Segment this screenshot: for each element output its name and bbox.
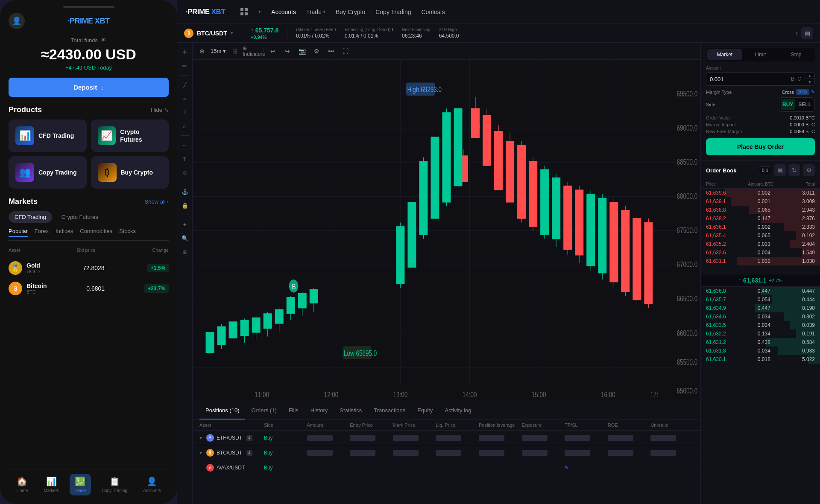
asset-row-btc[interactable]: ₿ Bitcoin BTC 0.6801 +23.7% (9, 278, 169, 299)
anchor-tool[interactable]: ⚓ (179, 186, 191, 198)
ob-ask-row-6[interactable]: 61,635.4 0.065 0.102 (701, 231, 820, 240)
nav-trade[interactable]: 💹 Trade (70, 474, 91, 495)
ob-ask-row-3[interactable]: 61,638.8 0.065 2.943 (701, 206, 820, 214)
avatar[interactable]: 👤 (9, 13, 25, 29)
more-btn[interactable]: ••• (325, 45, 337, 57)
transactions-tab[interactable]: Transactions (368, 402, 411, 420)
nav-contests[interactable]: Contests (421, 9, 445, 15)
market-tab-futures[interactable]: Crypto Futures (56, 211, 104, 223)
apps-grid-icon[interactable] (240, 8, 248, 16)
nav-home[interactable]: 🏠 Home (12, 474, 33, 495)
nav-accounts[interactable]: Accounts (271, 9, 296, 15)
sub-tab-forex[interactable]: Forex (35, 228, 49, 237)
ticker-pair[interactable]: ₿ BTC/USDT ▾ (184, 29, 233, 38)
statistics-tab[interactable]: Statistics (334, 402, 368, 420)
ob-settings-icon[interactable]: ⚙ (803, 164, 815, 176)
ob-bid-row-9[interactable]: 61,630.1 0.018 5.022 (701, 355, 820, 364)
product-card-buy[interactable]: ₿ Buy Crypto (91, 156, 169, 189)
amount-input[interactable] (706, 73, 788, 85)
horizontal-tool[interactable]: ≡ (179, 93, 191, 105)
amount-down-spinner[interactable]: ▼ (805, 79, 814, 85)
product-card-cfd[interactable]: 📊 CFD Trading (9, 119, 87, 152)
sub-tab-stocks[interactable]: Stocks (119, 228, 136, 237)
pos-row-avax[interactable]: ▾ A AVAX/USDT Buy ✎ (193, 460, 700, 475)
ob-bid-row-1[interactable]: 61,636.0 0.447 0.447 (701, 287, 820, 295)
buy-button[interactable]: BUY (781, 99, 795, 110)
product-card-futures[interactable]: 📈 Crypto Futures (91, 119, 169, 152)
orders-tab[interactable]: Orders (1) (245, 402, 282, 420)
nav-trade[interactable]: Trade ▾ (306, 9, 325, 15)
asset-row-gold[interactable]: 🥇 Gold GOLD 72.8028 +1.5% (9, 258, 169, 278)
ob-bid-row-8[interactable]: 61,631.8 0.034 0.983 (701, 347, 820, 355)
ob-bid-row-4[interactable]: 61,634.6 0.034 0.302 (701, 312, 820, 321)
indicators-btn[interactable]: ⊕ Indicators (248, 45, 260, 57)
trend-tool[interactable]: ⌇ (179, 106, 191, 118)
pen-tool[interactable]: ✏ (179, 60, 191, 72)
equity-tab[interactable]: Equity (411, 402, 439, 420)
sell-button[interactable]: SELL (797, 99, 813, 110)
add-indicator-btn[interactable]: ⊕ (196, 45, 208, 57)
market-tab[interactable]: Market (707, 49, 742, 60)
sub-tab-indices[interactable]: Indices (56, 228, 73, 237)
hide-button[interactable]: Hide ⤡ (151, 107, 169, 113)
ob-depth-select[interactable]: 0.1 (759, 166, 771, 174)
ob-ask-row-8[interactable]: 61,632.6 0.004 1.549 (701, 248, 820, 257)
nav-accounts[interactable]: 👤 Accounts (138, 474, 166, 495)
pos-row-btc[interactable]: ▾ ₿ BTC/USDT 4 Buy (193, 446, 700, 460)
nav-copy-trading[interactable]: 📋 Copy-Trading (97, 474, 132, 495)
ticker-expand-icon[interactable]: › (796, 29, 798, 37)
crosshair-tool[interactable]: ✛ (179, 46, 191, 58)
fullscreen-btn[interactable]: ⛶ (340, 45, 351, 57)
eye-icon[interactable]: 👁 (100, 37, 106, 44)
ob-refresh-icon[interactable]: ↻ (788, 164, 800, 176)
ob-bid-row-7[interactable]: 61,631.2 0.438 0.584 (701, 338, 820, 347)
ob-ask-row-4[interactable]: 61,638.2 0.147 2.876 (701, 214, 820, 223)
fills-tab[interactable]: Fills (283, 402, 305, 420)
ob-ask-row-9[interactable]: 61,631.1 1.032 1.030 (701, 257, 820, 265)
apps-chevron-icon[interactable]: ▾ (258, 9, 261, 15)
place-buy-order-button[interactable]: Place Buy Order (706, 138, 815, 155)
line-tool[interactable]: ╱ (179, 79, 191, 91)
btc-expand-icon[interactable]: ▾ (199, 450, 202, 456)
ob-ask-row-2[interactable]: 61,639.1 0.001 3.009 (701, 197, 820, 206)
lock-tool[interactable]: 🔒 (179, 199, 191, 211)
screenshot-btn[interactable]: 📷 (296, 45, 308, 57)
activity-log-tab[interactable]: Activity log (439, 402, 477, 420)
avax-edit-icon[interactable]: ✎ (565, 465, 569, 471)
ticker-layout-icon[interactable]: ▤ (801, 27, 813, 39)
nav-markets[interactable]: 📊 Markets (38, 474, 64, 495)
fork-tool[interactable]: ⌂ (179, 120, 191, 132)
ob-ask-row-5[interactable]: 61,636.1 0.002 2.333 (701, 223, 820, 231)
ob-bid-row-2[interactable]: 61,635.7 0.054 0.444 (701, 295, 820, 304)
product-card-copy[interactable]: 👥 Copy Trading (9, 156, 87, 189)
ob-ask-row-7[interactable]: 61,635.2 0.033 2.404 (701, 240, 820, 248)
text-tool[interactable]: T (179, 153, 191, 165)
magnet-tool[interactable]: ✦ (179, 218, 191, 230)
pos-row-eth[interactable]: ▾ Ξ ETH/USDT 4 Buy (193, 431, 700, 446)
redo-btn[interactable]: ↪ (281, 45, 293, 57)
amount-up-spinner[interactable]: ▲ (805, 73, 814, 79)
undo-btn[interactable]: ↩ (267, 45, 279, 57)
timeframe-select[interactable]: 15m ▾ (211, 48, 226, 54)
amount-input-wrap[interactable]: BTC ▲ ▼ (706, 72, 815, 86)
nav-buy-crypto[interactable]: Buy Crypto (336, 9, 365, 15)
emoji-tool[interactable]: ☺ (179, 166, 191, 178)
history-tab[interactable]: History (305, 402, 334, 420)
eth-expand-icon[interactable]: ▾ (199, 435, 202, 441)
ob-bid-row-6[interactable]: 61,632.2 0.134 0.191 (701, 329, 820, 338)
show-all-button[interactable]: Show all › (145, 198, 169, 205)
market-tab-cfd[interactable]: CFD Trading (9, 211, 52, 223)
settings-btn[interactable]: ⚙ (310, 45, 322, 57)
ob-ask-row-1[interactable]: 61,639.6 0.002 3.011 (701, 189, 820, 197)
stop-tab[interactable]: Stop (779, 49, 814, 60)
ob-bid-row-5[interactable]: 61,633.5 0.034 0.039 (701, 321, 820, 329)
plus-tool[interactable]: ⊕ (179, 246, 191, 258)
ob-bid-row-3[interactable]: 61,634.9 0.447 0.190 (701, 304, 820, 312)
zoom-tool[interactable]: 🔍 (179, 232, 191, 244)
positions-tab[interactable]: Positions (10) (199, 402, 245, 420)
ob-layout-icon[interactable]: ▤ (774, 164, 786, 176)
sub-tab-commodities[interactable]: Commodities (80, 228, 112, 237)
sub-tab-popular[interactable]: Popular (9, 228, 28, 237)
margin-edit-icon[interactable]: ✎ (811, 89, 815, 95)
nav-copy-trading[interactable]: Copy Trading (375, 9, 411, 15)
